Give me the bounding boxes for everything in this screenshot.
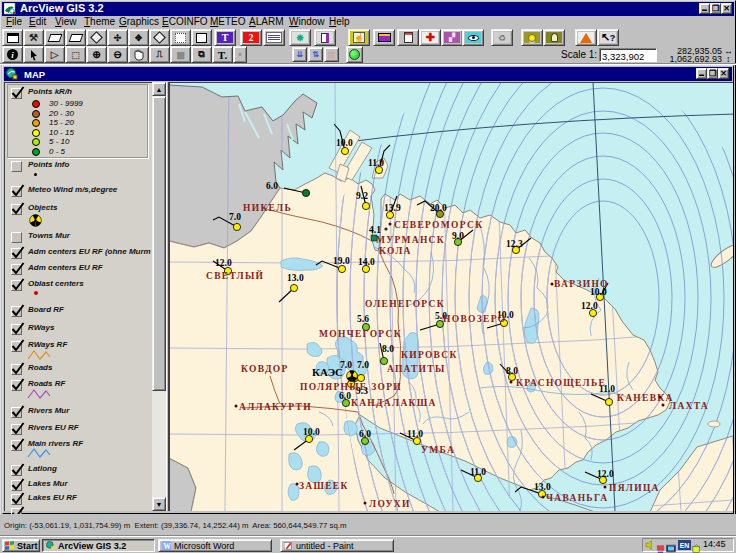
svg-text:10.0: 10.0 xyxy=(336,138,353,148)
svg-text:4.1: 4.1 xyxy=(369,225,381,235)
svg-text:12.0: 12.0 xyxy=(597,469,614,479)
svg-text:ПЯЛИЦА: ПЯЛИЦА xyxy=(609,483,660,493)
svg-text:СВЕТЛЫЙ: СВЕТЛЫЙ xyxy=(206,270,264,281)
svg-text:ЧАВАНЬГА: ЧАВАНЬГА xyxy=(546,493,608,503)
svg-text:МОНЧЕГОРСК: МОНЧЕГОРСК xyxy=(319,329,402,339)
svg-text:12.0: 12.0 xyxy=(581,301,598,311)
svg-text:УМБА: УМБА xyxy=(421,445,455,455)
svg-text:12.3: 12.3 xyxy=(506,239,523,249)
svg-text:11.0: 11.0 xyxy=(407,429,423,439)
svg-text:МУРМАНСК: МУРМАНСК xyxy=(376,235,445,245)
svg-text:ЛАХТА: ЛАХТА xyxy=(669,401,709,411)
svg-text:5.6: 5.6 xyxy=(357,314,369,324)
svg-text:НИКЕЛЬ: НИКЕЛЬ xyxy=(243,203,292,213)
svg-text:КИРОВСК: КИРОВСК xyxy=(401,350,458,360)
svg-text:КОЛА: КОЛА xyxy=(379,246,412,256)
svg-text:7.0: 7.0 xyxy=(229,212,241,222)
svg-text:ОЛЕНЕГОРСК: ОЛЕНЕГОРСК xyxy=(365,299,445,309)
svg-text:11.0: 11.0 xyxy=(470,467,486,477)
svg-text:13.0: 13.0 xyxy=(534,482,551,492)
svg-text:7.0: 7.0 xyxy=(357,360,369,370)
svg-text:КОВДОР: КОВДОР xyxy=(241,364,289,374)
svg-text:19.0: 19.0 xyxy=(333,256,350,266)
svg-text:6.0: 6.0 xyxy=(359,429,371,439)
svg-text:КАНЕВКА: КАНЕВКА xyxy=(617,393,674,403)
svg-text:13.0: 13.0 xyxy=(287,273,304,283)
svg-text:W: W xyxy=(163,542,171,551)
svg-text:20.0: 20.0 xyxy=(430,203,447,213)
svg-text:ЗАШЕЕК: ЗАШЕЕК xyxy=(299,481,349,491)
svg-text:13.9: 13.9 xyxy=(384,203,401,213)
svg-text:ПОЛЯРНЫЕ ЗОРИ: ПОЛЯРНЫЕ ЗОРИ xyxy=(300,382,402,392)
svg-text:КАНДАЛАКША: КАНДАЛАКША xyxy=(351,398,437,408)
svg-text:6.0: 6.0 xyxy=(266,181,278,191)
svg-text:НОВОЗЕРО: НОВОЗЕРО xyxy=(443,314,506,324)
svg-text:9.2: 9.2 xyxy=(356,191,368,201)
svg-text:8.0: 8.0 xyxy=(382,344,394,354)
svg-text:ЛОУХИ: ЛОУХИ xyxy=(369,499,411,509)
svg-text:6.0: 6.0 xyxy=(339,391,351,401)
svg-text:10.0: 10.0 xyxy=(303,427,320,437)
svg-text:11.0: 11.0 xyxy=(368,158,384,168)
svg-text:ВАРЗИНО: ВАРЗИНО xyxy=(554,279,609,289)
svg-text:АПАТИТЫ: АПАТИТЫ xyxy=(387,364,446,374)
svg-text:9.0: 9.0 xyxy=(452,231,464,241)
svg-text:СЕВЕРОМОРСК: СЕВЕРОМОРСК xyxy=(394,220,483,230)
svg-text:12.0: 12.0 xyxy=(215,258,232,268)
svg-text:8.0: 8.0 xyxy=(506,366,518,376)
svg-text:КАЭС: КАЭС xyxy=(312,366,343,378)
svg-text:14.0: 14.0 xyxy=(358,257,375,267)
svg-text:КРАСНОЩЕЛЬЕ: КРАСНОЩЕЛЬЕ xyxy=(516,378,606,388)
svg-text:АЛЛАКУРТИ: АЛЛАКУРТИ xyxy=(239,402,312,412)
